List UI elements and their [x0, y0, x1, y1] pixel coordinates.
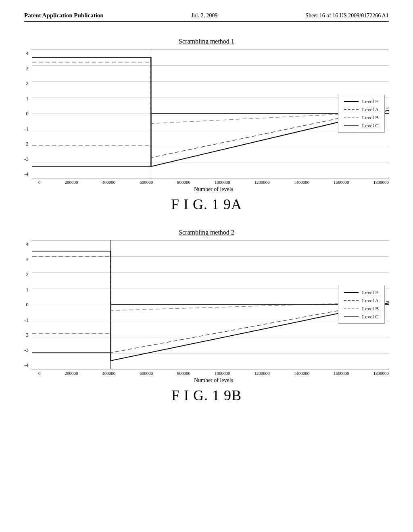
- legend-item-b: Level B: [344, 114, 379, 121]
- chart2-legend-line-e: [344, 292, 359, 293]
- chart1-y-labels: 4 3 2 1 0 -1 -2 -3 -4: [24, 49, 32, 178]
- legend-label-a: Level A: [362, 106, 379, 113]
- chart1-area: Level E Level A Level B Level C: [32, 49, 389, 178]
- chart2-y-labels: 4 3 2 1 0 -1 -2 -3 -4: [24, 240, 32, 369]
- chart1-fig-label: F I G. 1 9A: [24, 196, 389, 213]
- chart2-legend-label-b: Level B: [362, 305, 379, 312]
- chart2-area: Level E Level A Level B Level C: [32, 240, 389, 369]
- chart2-legend-item-e: Level E: [344, 289, 379, 296]
- chart1-x-title: Number of levels: [38, 186, 389, 193]
- publication-label: Patent Application Publication: [24, 12, 104, 19]
- chart2-legend-label-a: Level A: [362, 297, 379, 304]
- chart1-svg: [32, 49, 389, 178]
- chart2-legend-item-c: Level C: [344, 314, 379, 320]
- chart-section-1: Scrambling method 1 4 3 2 1 0 -1 -2 -3 -…: [24, 38, 389, 213]
- chart2-legend-label-c: Level C: [362, 314, 379, 320]
- chart2-x-title: Number of levels: [38, 377, 389, 384]
- chart2-svg: [32, 240, 389, 369]
- chart1-x-labels: 0 200000 400000 600000 800000 1000000 12…: [38, 178, 389, 185]
- page: Patent Application Publication Jul. 2, 2…: [0, 0, 413, 532]
- legend-line-c: [344, 125, 359, 126]
- chart2-fig-label: F I G. 1 9B: [24, 387, 389, 404]
- legend-line-b: [344, 117, 359, 118]
- legend-label-c: Level C: [362, 123, 379, 129]
- sheet-label: Sheet 16 of 16 US 2009/0172266 A1: [305, 12, 389, 19]
- legend-line-e: [344, 101, 359, 102]
- chart2-legend-line-b: [344, 308, 359, 309]
- chart2-legend-item-a: Level A: [344, 297, 379, 304]
- date-label: Jul. 2, 2009: [191, 12, 217, 19]
- legend-item-c: Level C: [344, 123, 379, 129]
- legend-line-a: [344, 109, 359, 110]
- legend-label-b: Level B: [362, 114, 379, 121]
- legend-item-e: Level E: [344, 98, 379, 105]
- legend-item-a: Level A: [344, 106, 379, 113]
- chart2-legend: Level E Level A Level B Level C: [338, 286, 385, 324]
- chart2-legend-item-b: Level B: [344, 305, 379, 312]
- chart2-title: Scrambling method 2: [24, 229, 389, 236]
- chart1-x-axis: 0 200000 400000 600000 800000 1000000 12…: [38, 178, 389, 193]
- chart1-legend: Level E Level A Level B Level C: [338, 95, 385, 133]
- chart2-x-axis: 0 200000 400000 600000 800000 1000000 12…: [38, 369, 389, 384]
- chart2-legend-line-c: [344, 316, 359, 317]
- page-header: Patent Application Publication Jul. 2, 2…: [24, 12, 389, 22]
- legend-label-e: Level E: [362, 98, 378, 105]
- chart2-x-labels: 0 200000 400000 600000 800000 1000000 12…: [38, 369, 389, 376]
- chart2-legend-label-e: Level E: [362, 289, 378, 296]
- chart2-legend-line-a: [344, 300, 359, 301]
- chart-section-2: Scrambling method 2 4 3 2 1 0 -1 -2 -3 -…: [24, 229, 389, 404]
- chart1-title: Scrambling method 1: [24, 38, 389, 45]
